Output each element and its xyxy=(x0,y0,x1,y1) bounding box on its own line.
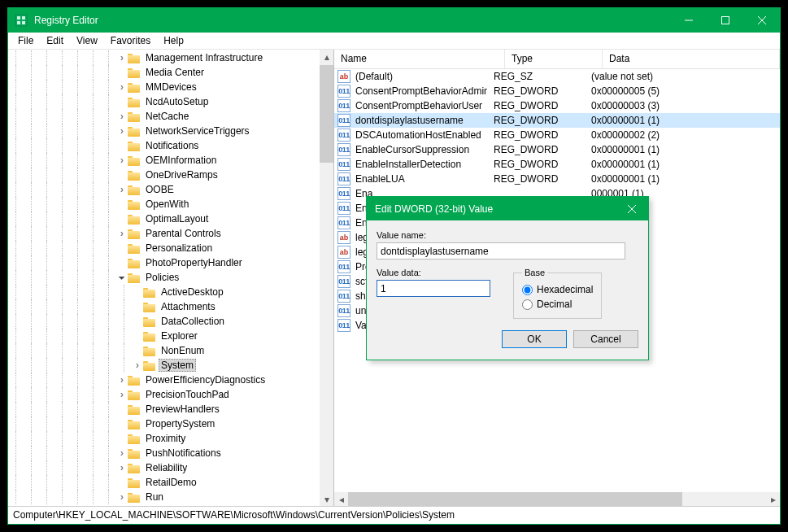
titlebar[interactable]: Registry Editor xyxy=(8,8,780,33)
tree-item[interactable]: PhotoPropertyHandler xyxy=(8,255,333,270)
tree-item[interactable]: Reliability xyxy=(8,460,333,475)
folder-icon xyxy=(143,360,156,372)
radio-hex[interactable]: Hexadecimal xyxy=(522,282,593,297)
dialog-titlebar[interactable]: Edit DWORD (32-bit) Value xyxy=(367,197,648,220)
cell-data: 0x00000001 (1) xyxy=(585,173,780,185)
chevron-right-icon[interactable] xyxy=(116,449,128,458)
tree-item[interactable]: ActiveDesktop xyxy=(8,285,333,299)
tree-item[interactable]: DataCollection xyxy=(8,314,333,329)
tree-item[interactable]: NetCache xyxy=(8,109,333,124)
folder-icon xyxy=(128,125,141,137)
ok-button[interactable]: OK xyxy=(502,330,567,348)
folder-icon xyxy=(128,67,141,79)
svg-rect-2 xyxy=(22,16,25,20)
menu-edit[interactable]: Edit xyxy=(40,33,70,48)
value-data-field[interactable] xyxy=(377,280,490,297)
list-row[interactable]: 011ConsentPromptBehaviorAdminREG_DWORD0x… xyxy=(334,84,780,98)
col-data[interactable]: Data xyxy=(603,50,780,68)
scroll-thumb[interactable] xyxy=(348,492,682,506)
folder-icon xyxy=(128,169,141,181)
tree-item[interactable]: Proximity xyxy=(8,431,333,446)
chevron-right-icon[interactable] xyxy=(116,493,128,502)
folder-icon xyxy=(128,140,141,152)
tree-item[interactable]: NonEnum xyxy=(8,343,333,358)
cell-type: REG_DWORD xyxy=(487,129,585,141)
tree-item[interactable]: OpenWith xyxy=(8,197,333,211)
scroll-down-icon[interactable]: ▾ xyxy=(320,492,333,506)
chevron-right-icon[interactable] xyxy=(132,361,143,370)
tree-item[interactable]: Policies xyxy=(8,270,333,285)
col-type[interactable]: Type xyxy=(505,50,603,68)
chevron-down-icon[interactable] xyxy=(116,273,128,282)
chevron-right-icon[interactable] xyxy=(116,464,128,473)
menu-file[interactable]: File xyxy=(11,33,40,48)
chevron-right-icon[interactable] xyxy=(116,229,128,238)
menu-favorites[interactable]: Favorites xyxy=(104,33,157,48)
list-header: Name Type Data xyxy=(334,50,780,69)
tree-vscrollbar[interactable]: ▴ ▾ xyxy=(320,50,333,506)
list-row[interactable]: 011EnableInstallerDetectionREG_DWORD0x00… xyxy=(334,157,780,172)
base-label: Base xyxy=(522,268,547,277)
col-name[interactable]: Name xyxy=(334,50,505,68)
chevron-right-icon[interactable] xyxy=(116,54,128,63)
list-row[interactable]: 011EnableCursorSuppressionREG_DWORD0x000… xyxy=(334,142,780,157)
tree-item[interactable]: OneDriveRamps xyxy=(8,168,333,182)
list-row[interactable]: ab(Default)REG_SZ(value not set) xyxy=(334,69,780,84)
tree[interactable]: Management InfrastructureMedia CenterMMD… xyxy=(8,50,333,506)
scroll-track[interactable] xyxy=(348,492,766,506)
close-button[interactable] xyxy=(743,8,780,33)
dialog-close-button[interactable] xyxy=(616,197,648,220)
scroll-right-icon[interactable]: ▸ xyxy=(766,492,780,506)
chevron-right-icon[interactable] xyxy=(116,156,128,165)
tree-item[interactable]: PreviewHandlers xyxy=(8,402,333,416)
string-value-icon: ab xyxy=(337,70,350,83)
tree-item[interactable]: Notifications xyxy=(8,138,333,153)
list-hscrollbar[interactable]: ◂ ▸ xyxy=(334,492,780,506)
radio-hex-input[interactable] xyxy=(522,285,533,295)
menu-help[interactable]: Help xyxy=(157,33,190,48)
chevron-right-icon[interactable] xyxy=(116,127,128,136)
chevron-right-icon[interactable] xyxy=(116,83,128,92)
tree-item[interactable]: Run xyxy=(8,490,333,504)
tree-item[interactable]: OOBE xyxy=(8,182,333,197)
tree-item-label: PhotoPropertyHandler xyxy=(143,257,245,268)
scroll-thumb[interactable] xyxy=(320,65,333,163)
list-row[interactable]: 011dontdisplaylastusernameREG_DWORD0x000… xyxy=(334,113,780,128)
chevron-right-icon[interactable] xyxy=(116,112,128,121)
chevron-right-icon[interactable] xyxy=(116,376,128,385)
tree-item[interactable]: System xyxy=(8,358,333,373)
tree-item[interactable]: Attachments xyxy=(8,299,333,314)
tree-item[interactable]: PrecisionTouchPad xyxy=(8,387,333,402)
cancel-button[interactable]: Cancel xyxy=(573,330,638,348)
radio-dec[interactable]: Decimal xyxy=(522,297,593,312)
tree-item[interactable]: Personalization xyxy=(8,241,333,255)
tree-item[interactable]: OEMInformation xyxy=(8,153,333,168)
tree-item-label: Attachments xyxy=(159,301,218,312)
cell-type: REG_DWORD xyxy=(487,85,585,97)
maximize-button[interactable] xyxy=(707,8,743,33)
list-row[interactable]: 011ConsentPromptBehaviorUserREG_DWORD0x0… xyxy=(334,98,780,113)
minimize-button[interactable] xyxy=(670,8,707,33)
scroll-track[interactable] xyxy=(320,63,333,492)
tree-item[interactable]: PushNotifications xyxy=(8,446,333,460)
radio-dec-input[interactable] xyxy=(522,299,533,310)
tree-item[interactable]: Explorer xyxy=(8,329,333,343)
value-name-field[interactable] xyxy=(377,242,625,259)
scroll-up-icon[interactable]: ▴ xyxy=(320,50,333,63)
chevron-right-icon[interactable] xyxy=(116,390,128,399)
chevron-right-icon[interactable] xyxy=(116,185,128,194)
tree-item[interactable]: Parental Controls xyxy=(8,226,333,241)
tree-item[interactable]: PowerEfficiencyDiagnostics xyxy=(8,373,333,387)
tree-item[interactable]: NcdAutoSetup xyxy=(8,94,333,109)
scroll-left-icon[interactable]: ◂ xyxy=(334,492,348,506)
tree-item[interactable]: PropertySystem xyxy=(8,416,333,431)
list-row[interactable]: 011DSCAutomationHostEnabledREG_DWORD0x00… xyxy=(334,128,780,142)
tree-item[interactable]: OptimalLayout xyxy=(8,211,333,226)
tree-item[interactable]: Management Infrastructure xyxy=(8,50,333,65)
menu-view[interactable]: View xyxy=(70,33,104,48)
tree-item[interactable]: Media Center xyxy=(8,65,333,80)
tree-item[interactable]: RetailDemo xyxy=(8,475,333,490)
tree-item[interactable]: NetworkServiceTriggers xyxy=(8,124,333,138)
tree-item[interactable]: MMDevices xyxy=(8,80,333,94)
list-row[interactable]: 011EnableLUAREG_DWORD0x00000001 (1) xyxy=(334,172,780,186)
